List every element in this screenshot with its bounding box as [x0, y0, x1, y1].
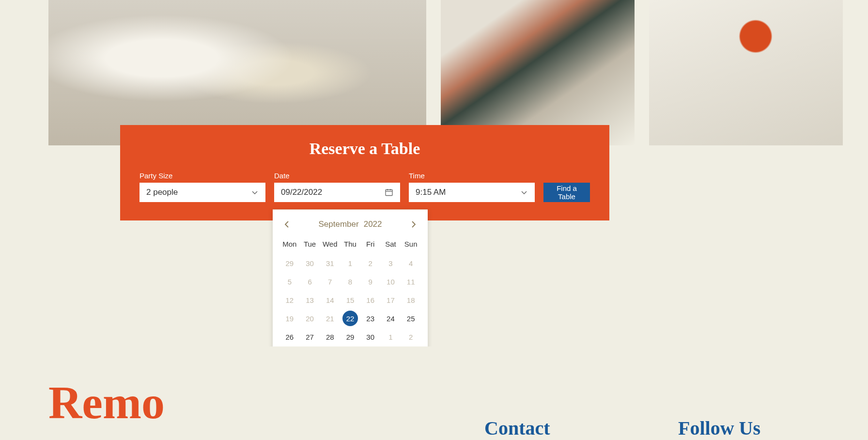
datepicker-day[interactable]: 29 — [340, 328, 360, 346]
datepicker-dow: Sun — [401, 236, 421, 254]
time-select[interactable]: 9:15 AM — [409, 183, 535, 202]
party-size-label: Party Size — [140, 172, 265, 180]
contact-heading: Contact — [484, 417, 678, 440]
datepicker-day[interactable]: 27 — [300, 328, 320, 346]
datepicker-day: 18 — [401, 291, 421, 309]
datepicker-dow: Sat — [381, 236, 401, 254]
reserve-panel: Reserve a Table Party Size 2 people Date… — [120, 125, 609, 220]
datepicker-day[interactable]: 24 — [381, 309, 401, 328]
datepicker-day: 14 — [320, 291, 340, 309]
datepicker-dow: Tue — [300, 236, 320, 254]
datepicker-year: 2022 — [364, 220, 382, 229]
next-month-button[interactable] — [410, 220, 417, 228]
chevron-down-icon — [520, 189, 528, 196]
datepicker-day: 20 — [300, 309, 320, 328]
datepicker-day: 13 — [300, 291, 320, 309]
datepicker-day: 5 — [279, 272, 300, 291]
datepicker-day-selected[interactable]: 22 — [342, 311, 358, 326]
datepicker-day[interactable]: 26 — [279, 328, 300, 346]
gallery-image-cocktail — [649, 0, 843, 145]
logo: Remo — [48, 376, 484, 440]
datepicker-day: 3 — [381, 254, 401, 272]
datepicker-dow: Thu — [340, 236, 360, 254]
datepicker-day: 15 — [340, 291, 360, 309]
gallery-image-fish — [441, 0, 635, 145]
date-value: 09/22/2022 — [281, 188, 322, 197]
party-size-select[interactable]: 2 people — [140, 183, 265, 202]
datepicker-grid: MonTueWedThuFriSatSun2930311234567891011… — [279, 236, 421, 364]
datepicker-day: 17 — [381, 291, 401, 309]
datepicker-day: 16 — [360, 291, 381, 309]
date-input[interactable]: 09/22/2022 — [274, 183, 400, 202]
reserve-form-row: Party Size 2 people Date 09/22/2022 Time… — [140, 172, 590, 202]
reserve-title: Reserve a Table — [140, 140, 590, 158]
time-label: Time — [409, 172, 535, 180]
gallery-image-oysters — [48, 0, 426, 145]
datepicker-day: 2 — [360, 254, 381, 272]
time-field: Time 9:15 AM — [409, 172, 535, 202]
datepicker-day: 12 — [279, 291, 300, 309]
datepicker-day: 29 — [279, 254, 300, 272]
date-field: Date 09/22/2022 — [274, 172, 400, 202]
party-size-field: Party Size 2 people — [140, 172, 265, 202]
datepicker-day: 8 — [340, 272, 360, 291]
datepicker-day[interactable]: 30 — [360, 328, 381, 346]
datepicker-day: 6 — [300, 272, 320, 291]
time-value: 9:15 AM — [416, 188, 446, 197]
footer-follow-column: Follow Us — [678, 417, 760, 440]
datepicker-day: 30 — [300, 254, 320, 272]
svg-rect-0 — [386, 190, 392, 196]
datepicker-day: 7 — [320, 272, 340, 291]
image-gallery — [0, 0, 868, 145]
prev-month-button[interactable] — [283, 220, 290, 228]
calendar-icon — [385, 188, 393, 197]
follow-heading: Follow Us — [678, 417, 760, 440]
footer: Remo Contact Follow Us — [0, 346, 868, 440]
datepicker-day: 11 — [401, 272, 421, 291]
datepicker-day: 9 — [360, 272, 381, 291]
datepicker-day: 31 — [320, 254, 340, 272]
datepicker-dow: Fri — [360, 236, 381, 254]
datepicker-day: 1 — [340, 254, 360, 272]
datepicker-month-year: September 2022 — [319, 220, 382, 229]
footer-contact-column: Contact — [484, 417, 678, 440]
datepicker-dow: Mon — [279, 236, 300, 254]
datepicker-day: 19 — [279, 309, 300, 328]
datepicker-day: 4 — [401, 254, 421, 272]
party-size-value: 2 people — [146, 188, 178, 197]
datepicker-dow: Wed — [320, 236, 340, 254]
datepicker-day: 21 — [320, 309, 340, 328]
datepicker-day: 2 — [401, 328, 421, 346]
find-table-button[interactable]: Find a Table — [543, 183, 590, 202]
datepicker-day[interactable]: 28 — [320, 328, 340, 346]
date-label: Date — [274, 172, 400, 180]
datepicker-day[interactable]: 25 — [401, 309, 421, 328]
datepicker-month: September — [319, 220, 359, 229]
datepicker-day: 1 — [381, 328, 401, 346]
chevron-down-icon — [251, 189, 259, 196]
datepicker-day[interactable]: 23 — [360, 309, 381, 328]
chevron-right-icon — [410, 220, 417, 228]
chevron-left-icon — [283, 220, 290, 228]
datepicker-header: September 2022 — [279, 220, 421, 236]
datepicker-day: 10 — [381, 272, 401, 291]
